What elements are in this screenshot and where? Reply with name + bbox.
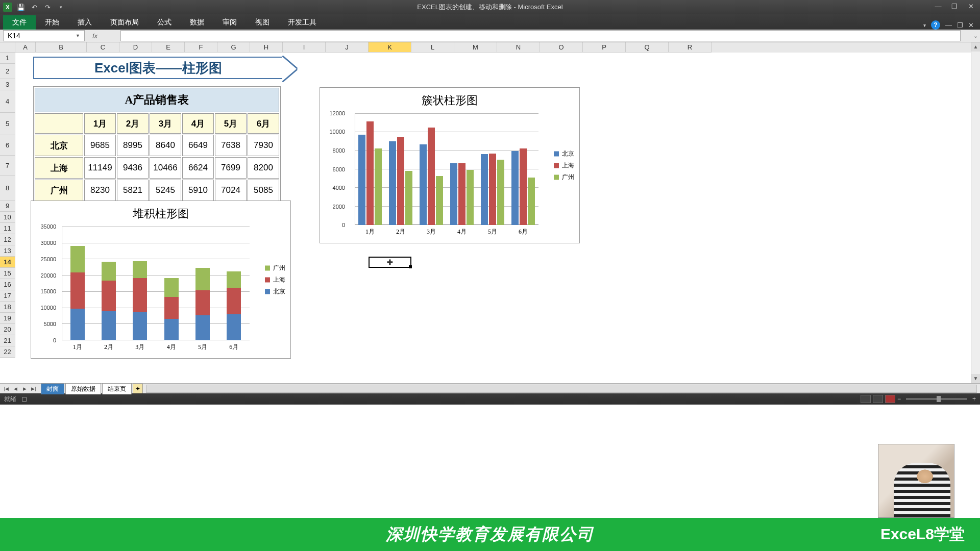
col-header-O[interactable]: O [540, 42, 583, 53]
sheet-tab-结束页[interactable]: 结束页 [102, 383, 132, 394]
page-layout-view-button[interactable] [873, 395, 883, 403]
sheet-tab-原始数据[interactable]: 原始数据 [65, 383, 101, 394]
selected-cell[interactable]: ✚ [369, 257, 411, 268]
col-header-J[interactable]: J [326, 42, 369, 53]
row-header-17[interactable]: 17 [0, 290, 15, 302]
help-icon[interactable]: ? [931, 20, 940, 30]
ribbon-tab-数据[interactable]: 数据 [181, 15, 213, 30]
scroll-up-icon[interactable]: ▲ [971, 42, 980, 52]
sheet-nav-next-icon[interactable]: ▶ [20, 386, 29, 391]
row-header-3[interactable]: 3 [0, 79, 15, 90]
col-header-R[interactable]: R [669, 42, 712, 53]
col-header-C[interactable]: C [87, 42, 119, 53]
row-header-2[interactable]: 2 [0, 64, 15, 79]
footer-right-text: ExceL8学堂 [880, 524, 965, 545]
ribbon-tab-页面布局[interactable]: 页面布局 [101, 15, 148, 30]
save-icon[interactable]: 💾 [15, 2, 27, 13]
horizontal-scrollbar[interactable] [146, 385, 977, 393]
doc-restore-button[interactable]: ❐ [957, 21, 963, 29]
column-headers: ABCDEFGHIJKLMNOPQR [15, 42, 971, 53]
sheet-nav-first-icon[interactable]: |◀ [2, 386, 10, 391]
col-header-L[interactable]: L [411, 42, 454, 53]
plot-area: 1月2月3月4月5月6月 [62, 227, 250, 340]
maximize-button[interactable]: ❐ [948, 1, 961, 11]
minimize-button[interactable]: — [932, 1, 944, 11]
row-header-18[interactable]: 18 [0, 302, 15, 313]
ribbon-tab-视图[interactable]: 视图 [246, 15, 279, 30]
row-header-19[interactable]: 19 [0, 313, 15, 324]
bars [62, 227, 250, 340]
col-header-Q[interactable]: Q [626, 42, 669, 53]
scroll-down-icon[interactable]: ▼ [971, 374, 980, 383]
row-header-7[interactable]: 7 [0, 156, 15, 176]
formula-expand-icon[interactable]: ⌄ [971, 33, 980, 39]
row-header-9[interactable]: 9 [0, 201, 15, 212]
ribbon-tab-开发工具[interactable]: 开发工具 [279, 15, 326, 30]
zoom-out-button[interactable]: − [897, 395, 901, 403]
sheet-nav-prev-icon[interactable]: ◀ [11, 386, 19, 391]
sheet-nav-buttons[interactable]: |◀ ◀ ▶ ▶| [0, 386, 40, 391]
formula-input[interactable] [120, 30, 961, 41]
excel-app-icon[interactable]: X [2, 2, 13, 13]
new-sheet-button[interactable]: ✦ [133, 384, 143, 393]
redo-icon[interactable]: ↷ [42, 2, 53, 13]
ribbon-tab-开始[interactable]: 开始 [36, 15, 68, 30]
row-header-11[interactable]: 11 [0, 223, 15, 234]
select-all-corner[interactable] [0, 42, 15, 53]
row-header-4[interactable]: 4 [0, 90, 15, 113]
row-header-22[interactable]: 22 [0, 346, 15, 358]
macro-record-icon[interactable]: ▢ [21, 395, 27, 403]
col-header-M[interactable]: M [454, 42, 497, 53]
row-header-1[interactable]: 1 [0, 53, 15, 64]
row-header-8[interactable]: 8 [0, 176, 15, 201]
zoom-slider[interactable] [906, 398, 967, 400]
vertical-scrollbar[interactable]: ▲ ▼ [971, 42, 980, 383]
sheet-nav-last-icon[interactable]: ▶| [30, 386, 38, 391]
page-break-view-button[interactable] [885, 395, 895, 403]
col-header-B[interactable]: B [36, 42, 87, 53]
file-tab[interactable]: 文件 [3, 15, 36, 30]
col-header-P[interactable]: P [583, 42, 626, 53]
name-box[interactable]: K14 ▼ [3, 30, 85, 41]
row-header-10[interactable]: 10 [0, 212, 15, 223]
doc-minimize-button[interactable]: — [945, 21, 952, 29]
cells-area[interactable]: Excel图表——柱形图 A产品销售表1月2月3月4月5月6月北京9685899… [15, 53, 971, 383]
row-header-13[interactable]: 13 [0, 245, 15, 257]
col-header-N[interactable]: N [497, 42, 540, 53]
cell-cursor-icon: ✚ [387, 258, 393, 266]
row-header-21[interactable]: 21 [0, 335, 15, 346]
namebox-dropdown-icon[interactable]: ▼ [76, 33, 80, 38]
col-header-A[interactable]: A [15, 42, 36, 53]
ribbon-collapse-icon[interactable]: ▾ [923, 22, 926, 28]
row-header-15[interactable]: 15 [0, 268, 15, 279]
col-header-H[interactable]: H [250, 42, 283, 53]
undo-icon[interactable]: ↶ [29, 2, 40, 13]
col-header-G[interactable]: G [217, 42, 250, 53]
col-header-F[interactable]: F [185, 42, 217, 53]
row-header-12[interactable]: 12 [0, 234, 15, 245]
close-button[interactable]: ✕ [965, 1, 977, 11]
row-header-20[interactable]: 20 [0, 324, 15, 335]
col-header-K[interactable]: K [369, 42, 411, 53]
fx-icon[interactable]: fx [90, 32, 100, 40]
doc-close-button[interactable]: ✕ [968, 21, 974, 29]
normal-view-button[interactable] [861, 395, 871, 403]
x-axis: 1月2月3月4月5月6月 [62, 343, 250, 352]
ribbon-tab-公式[interactable]: 公式 [148, 15, 181, 30]
name-box-value: K14 [8, 32, 20, 40]
qat-customize-icon[interactable]: ▾ [55, 2, 66, 13]
zoom-in-button[interactable]: + [972, 395, 976, 403]
row-header-16[interactable]: 16 [0, 279, 15, 290]
sheet-title-text: Excel图表——柱形图 [94, 59, 222, 77]
ribbon-tab-审阅[interactable]: 审阅 [213, 15, 246, 30]
col-header-D[interactable]: D [119, 42, 152, 53]
col-header-I[interactable]: I [283, 42, 326, 53]
sheet-tab-封面[interactable]: 封面 [41, 383, 64, 394]
row-header-5[interactable]: 5 [0, 113, 15, 135]
ribbon-tab-插入[interactable]: 插入 [68, 15, 101, 30]
row-header-6[interactable]: 6 [0, 135, 15, 156]
clustered-bar-chart[interactable]: 簇状柱形图 020004000600080001000012000 1月2月3月… [320, 87, 580, 243]
col-header-E[interactable]: E [152, 42, 185, 53]
row-header-14[interactable]: 14 [0, 257, 15, 268]
stacked-bar-chart[interactable]: 堆积柱形图 0500010000150002000025000300003500… [31, 201, 291, 359]
